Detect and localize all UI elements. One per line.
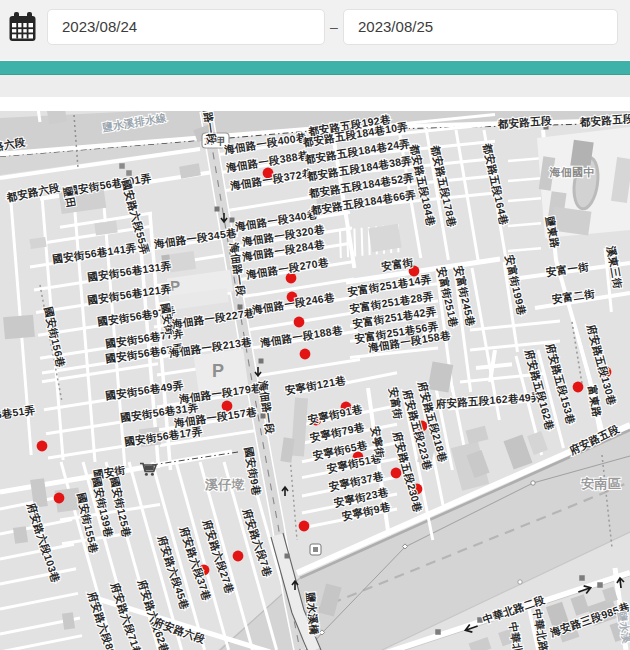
svg-text:溪仔墘: 溪仔墘 [204,477,245,492]
svg-text:海佃國中: 海佃國中 [548,166,594,178]
svg-text:P: P [212,361,224,381]
svg-text:安南區: 安南區 [581,476,621,491]
